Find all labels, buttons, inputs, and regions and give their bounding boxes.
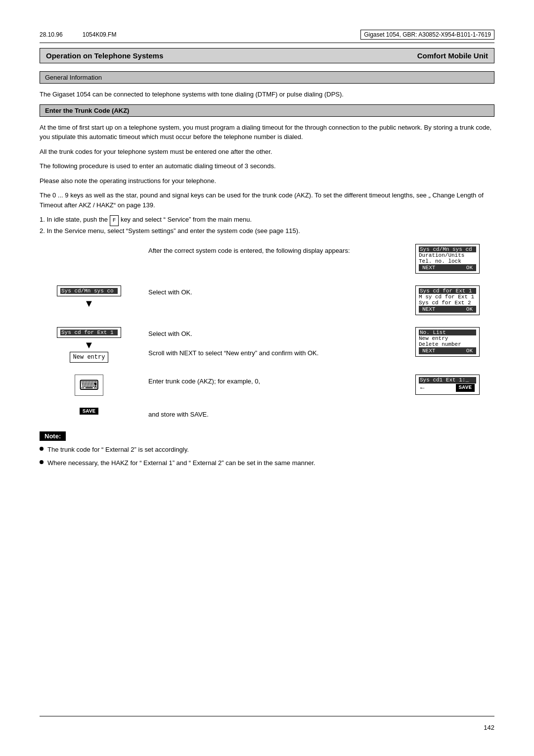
diagram-step-4: ⌨ Enter trunk code (AKZ); for example, 0… [40, 375, 494, 396]
diagram-step-5: SAVE and store with SAVE. [40, 408, 494, 420]
lcd-display-left-2: Sys cd/Mn sys co [57, 285, 121, 296]
lcd-line-3-2: New entry [419, 335, 476, 341]
diagram-middle-1: After the correct system code is entered… [148, 244, 405, 256]
note-bullet-1 [40, 447, 44, 451]
lcd-bottom-3: NEXT OK [419, 347, 476, 354]
lcd-display-1: Sys cd/Mn sys cd Duration/Units Tel. no.… [415, 244, 480, 274]
diagram-step-3: Sys cd for Ext 1 ▼ New entry Select with… [40, 327, 494, 363]
title-bar-right: Comfort Mobile Unit [417, 51, 488, 60]
note-box: Note: The trunk code for “ External 2” i… [40, 431, 494, 468]
lcd-display-2: Sys cd for Ext 1 M sy cd for Ext 1 Sys c… [415, 285, 480, 315]
f-key: F [110, 215, 119, 226]
diagram-step-2: Sys cd/Mn sys co ▼ Select with OK. Sys c… [40, 285, 494, 315]
lcd-bottom-4: ← SAVE [419, 383, 476, 392]
diagram-middle-2: Select with OK. [148, 285, 405, 297]
diagram-middle-5: and store with SAVE. [148, 408, 405, 420]
lcd-display-3: No. List New entry Delete number NEXT OK [415, 327, 480, 357]
lcd-line-3-1: No. List [419, 330, 476, 335]
arrow-down-3: ▼ [84, 340, 94, 350]
diagram-left-5: SAVE [40, 408, 138, 415]
page-header: 28.10.96 1054K09.FM Gigaset 1054, GBR: A… [40, 30, 494, 43]
intro-para-1: At the time of first start up on a telep… [40, 123, 494, 142]
diagram-right-4: Sys cd1 Ext 1:_ ← SAVE [415, 375, 494, 395]
page-footer: 142 [484, 724, 494, 731]
header-product: Gigaset 1054, GBR: A30852-X954-B101-1-76… [360, 30, 494, 40]
steps-text: 1. In idle state, push the F key and sel… [40, 215, 494, 236]
lcd-btn-ok-2: OK [464, 306, 475, 312]
lcd-btn-next-3: NEXT [420, 348, 437, 354]
lcd-line-4-1: Sys cd1 Ext 1:_ [419, 377, 476, 383]
lcd-line-1-3: Tel. no. lock [419, 258, 476, 264]
general-info-body: The Gigaset 1054 can be connected to tel… [40, 90, 494, 99]
page: 28.10.96 1054K09.FM Gigaset 1054, GBR: A… [0, 0, 534, 756]
title-bar: Operation on Telephone Systems Comfort M… [40, 48, 494, 63]
lcd-btn-ok-3: OK [464, 348, 475, 354]
diagram-right-2: Sys cd for Ext 1 M sy cd for Ext 1 Sys c… [415, 285, 494, 315]
title-bar-left: Operation on Telephone Systems [46, 51, 163, 60]
save-button-display: SAVE [80, 408, 98, 415]
note-label: Note: [40, 431, 66, 441]
diagram-right-1: Sys cd/Mn sys cd Duration/Units Tel. no.… [415, 244, 494, 274]
diagram-area: After the correct system code is entered… [40, 244, 494, 420]
note-text-1: The trunk code for “ External 2” is set … [47, 445, 189, 455]
note-bullet-2 [40, 460, 44, 464]
diagram-middle-3: Select with OK. Scroll with NEXT to sele… [148, 327, 405, 358]
header-filename: 1054K09.FM [83, 31, 117, 38]
lcd-line-2-3: Sys cd for Ext 2 [419, 300, 476, 306]
header-date: 28.10.96 [40, 31, 63, 38]
diagram-right-3: No. List New entry Delete number NEXT OK [415, 327, 494, 357]
step-2: 2. In the Service menu, select “System s… [40, 226, 494, 236]
subsection-header: Enter the Trunk Code (AKZ) [40, 104, 494, 117]
intro-para-5: The 0 ... 9 keys as well as the star, po… [40, 190, 494, 210]
subsection-label: Enter the Trunk Code (AKZ) [45, 107, 129, 114]
header-left: 28.10.96 1054K09.FM [40, 31, 116, 38]
lcd-line-3-3: Delete number [419, 341, 476, 347]
page-number: 142 [484, 724, 494, 731]
lcd-btn-ok-1: OK [464, 265, 475, 271]
lcd-line-2-1: Sys cd for Ext 1 [419, 288, 476, 294]
new-entry-label: New entry [70, 352, 109, 363]
diagram-left-2: Sys cd/Mn sys co ▼ [40, 285, 138, 310]
note-item-2: Where necessary, the HAKZ for “ External… [40, 458, 494, 468]
lcd-btn-enter-4: ← [420, 384, 424, 392]
lcd-btn-save-4: SAVE [456, 384, 475, 392]
step-label-1: Select with OK. [148, 329, 405, 339]
lcd-bottom-1: NEXT OK [419, 264, 476, 271]
diagram-step-1: After the correct system code is entered… [40, 244, 494, 274]
diagram-middle-4: Enter trunk code (AKZ); for example, 0, [148, 375, 405, 386]
footer-line [40, 716, 494, 716]
lcd-line-1-1: Sys cd/Mn sys cd [419, 246, 476, 252]
lcd-bottom-2: NEXT OK [419, 306, 476, 313]
lcd-btn-next-1: NEXT [420, 265, 437, 271]
lcd-display-left-3: Sys cd for Ext 1 [57, 327, 121, 338]
diagram-left-4: ⌨ [40, 375, 138, 396]
step-1: 1. In idle state, push the F key and sel… [40, 215, 494, 226]
note-item-1: The trunk code for “ External 2” is set … [40, 445, 494, 455]
lcd-display-4: Sys cd1 Ext 1:_ ← SAVE [415, 375, 480, 395]
intro-para-4: Please also note the operating instructi… [40, 176, 494, 186]
lcd-line-1-2: Duration/Units [419, 252, 476, 258]
lcd-left-2-line1: Sys cd/Mn sys co [60, 288, 118, 294]
lcd-line-2-2: M sy cd for Ext 1 [419, 294, 476, 300]
keyboard-icon: ⌨ [75, 375, 103, 396]
intro-para-3: The following procedure is used to enter… [40, 161, 494, 171]
lcd-left-3-line1: Sys cd for Ext 1 [60, 330, 118, 335]
lcd-btn-next-2: NEXT [420, 306, 437, 312]
note-text-2: Where necessary, the HAKZ for “ External… [47, 458, 315, 468]
general-info-header: General Information [40, 71, 494, 84]
arrow-down-2: ▼ [84, 298, 94, 308]
step-label-2: Scroll with NEXT to select “New entry” a… [148, 348, 405, 358]
intro-para-2: All the trunk codes for your telephone s… [40, 147, 494, 157]
diagram-left-3: Sys cd for Ext 1 ▼ New entry [40, 327, 138, 363]
general-info-label: General Information [45, 74, 102, 81]
